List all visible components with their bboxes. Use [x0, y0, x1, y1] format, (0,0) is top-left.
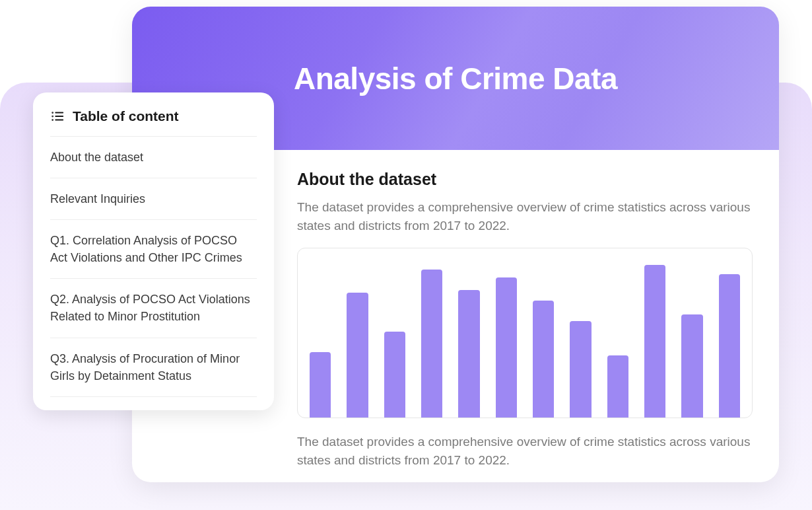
toc-item-q2[interactable]: Q2. Analysis of POCSO Act Violations Rel… [50, 279, 257, 338]
toc-item-inquiries[interactable]: Relevant Inquiries [50, 178, 257, 220]
bar-chart [297, 248, 753, 418]
chart-bar [644, 265, 665, 418]
toc-item-q3[interactable]: Q3. Analysis of Procuration of Minor Gir… [50, 338, 257, 397]
toc-header: Table of content [50, 108, 257, 137]
toc-item-about[interactable]: About the dataset [50, 137, 257, 178]
section-description-bottom: The dataset provides a comprehensive ove… [297, 433, 753, 469]
chart-bar [347, 293, 368, 418]
chart-bar [421, 270, 442, 418]
chart-bar [607, 355, 628, 418]
svg-point-2 [52, 120, 53, 120]
chart-bar [384, 332, 405, 418]
svg-point-1 [52, 116, 53, 117]
toc-title: Table of content [73, 108, 179, 124]
chart-bar [310, 352, 331, 418]
chart-bar [496, 277, 517, 418]
list-icon [50, 109, 65, 124]
toc-item-q1[interactable]: Q1. Correlation Analysis of POCSO Act Vi… [50, 220, 257, 279]
chart-bar [719, 274, 740, 418]
chart-bar [570, 321, 591, 418]
section-title: About the dataset [297, 170, 753, 189]
chart-bar [681, 314, 702, 418]
chart-bar [458, 290, 479, 418]
section-description-top: The dataset provides a comprehensive ove… [297, 198, 753, 235]
table-of-contents-card: Table of content About the dataset Relev… [33, 92, 274, 410]
svg-point-0 [52, 112, 53, 113]
chart-bar [533, 301, 554, 418]
page-title: Analysis of Crime Data [294, 61, 617, 96]
